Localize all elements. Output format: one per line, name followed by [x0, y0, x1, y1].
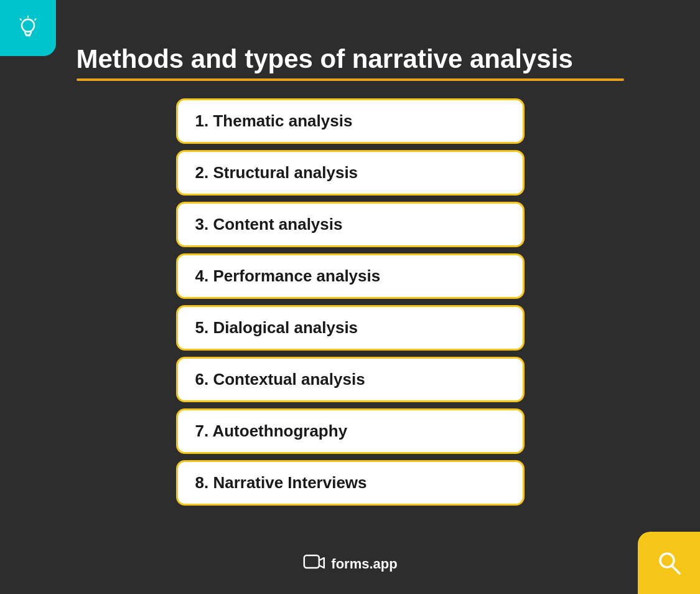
- list-item: 2. Structural analysis: [176, 150, 525, 196]
- list-item: 7. Autoethnography: [176, 408, 525, 454]
- svg-line-6: [672, 566, 679, 573]
- footer-brand-text: forms.app: [331, 556, 397, 572]
- page-title: Methods and types of narrative analysis: [77, 44, 624, 75]
- title-underline: [77, 78, 624, 81]
- main-content: Methods and types of narrative analysis …: [0, 0, 700, 506]
- list-item: 4. Performance analysis: [176, 253, 525, 299]
- list-item: 8. Narrative Interviews: [176, 460, 525, 506]
- list-container: 1. Thematic analysis2. Structural analys…: [176, 98, 525, 506]
- title-section: Methods and types of narrative analysis: [77, 44, 624, 81]
- search-icon-bottom: [653, 547, 684, 578]
- svg-line-4: [35, 19, 36, 21]
- list-item: 1. Thematic analysis: [176, 98, 525, 144]
- list-item: 6. Contextual analysis: [176, 357, 525, 402]
- lightbulb-icon: [14, 14, 42, 42]
- svg-rect-7: [304, 555, 319, 568]
- list-item: 3. Content analysis: [176, 202, 525, 247]
- top-left-badge: [0, 0, 56, 56]
- footer-logo: [302, 552, 325, 577]
- svg-point-0: [22, 19, 34, 32]
- bottom-right-badge: [638, 532, 700, 594]
- list-item: 5. Dialogical analysis: [176, 305, 525, 351]
- forms-app-logo-icon: [302, 552, 325, 574]
- svg-line-3: [21, 19, 22, 21]
- footer: forms.app: [302, 552, 397, 577]
